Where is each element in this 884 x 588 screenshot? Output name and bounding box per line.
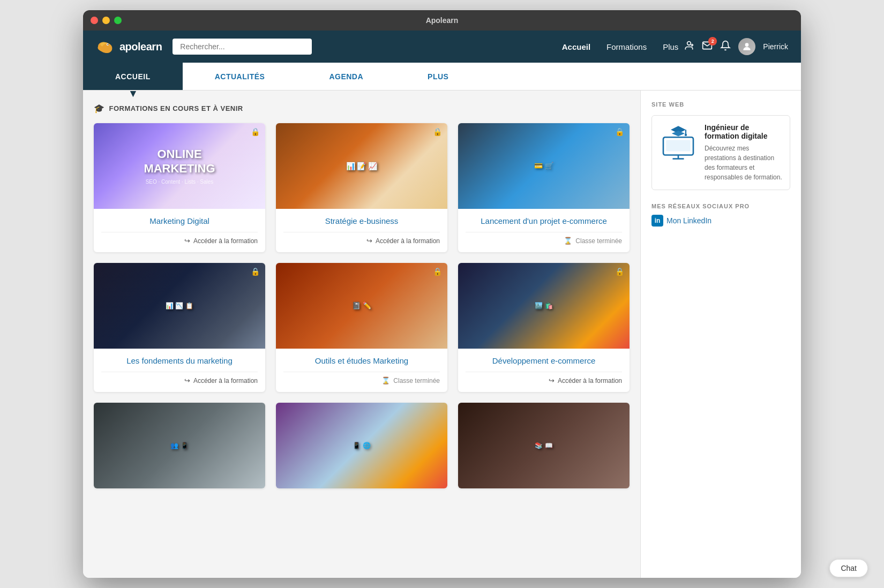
course-card-1[interactable]: ONLINEMARKETING SEO · Content · Lists · … — [94, 123, 265, 252]
content-area: 🎓 FORMATIONS EN COURS ET À VENIR ONLINEM… — [83, 91, 640, 578]
search-input[interactable] — [173, 39, 312, 55]
site-web-desc: Découvrez mes prestations à destination … — [705, 144, 782, 182]
svg-rect-7 — [666, 140, 691, 152]
linkedin-link[interactable]: in Mon LinkedIn — [651, 215, 790, 227]
course-action-4[interactable]: ↪ Accéder à la formation — [101, 372, 258, 385]
course-thumb-1: ONLINEMARKETING SEO · Content · Lists · … — [94, 123, 265, 209]
logo-icon — [96, 39, 115, 54]
main-content: 🎓 FORMATIONS EN COURS ET À VENIR ONLINEM… — [83, 91, 801, 578]
course-thumb-3: 💳 🛒 🔒 — [458, 123, 630, 209]
course-thumb-4: 📊 📉 📋 🔒 — [94, 263, 265, 349]
maximize-button[interactable] — [114, 17, 122, 24]
site-web-section-title: SITE WEB — [651, 101, 790, 108]
course-thumb-9: 📚 📖 — [458, 403, 630, 488]
course-info-5: Outils et études Marketing ⌛ Classe term… — [276, 349, 447, 392]
logo[interactable]: apolearn — [96, 39, 162, 54]
nav-accueil[interactable]: Accueil — [562, 42, 590, 51]
course-title-3: Lancement d'un projet e-commerce — [466, 216, 622, 225]
linkedin-logo: in — [651, 215, 663, 227]
bell-icon[interactable] — [720, 40, 731, 54]
message-badge: 2 — [708, 37, 717, 46]
course-card-4[interactable]: 📊 📉 📋 🔒 Les fondements du marketing ↪ Ac… — [94, 263, 265, 392]
course-title-6: Développement e-commerce — [466, 356, 622, 365]
window-controls — [91, 17, 122, 24]
search-box[interactable] — [173, 39, 312, 55]
nav-formations[interactable]: Formations — [606, 42, 647, 51]
share-icon-1: ↪ — [184, 237, 190, 245]
lock-icon-5: 🔒 — [433, 267, 442, 276]
course-thumb-7: 👥 📱 — [94, 403, 265, 488]
messages-icon[interactable]: 2 — [702, 40, 713, 54]
courses-grid: ONLINEMARKETING SEO · Content · Lists · … — [94, 123, 630, 488]
course-action-5: ⌛ Classe terminée — [283, 372, 440, 385]
course-info-3: Lancement d'un projet e-commerce ⌛ Class… — [458, 209, 630, 252]
course-card-9[interactable]: 📚 📖 — [458, 403, 630, 488]
avatar[interactable] — [738, 38, 755, 55]
lock-icon-3: 🔒 — [615, 127, 624, 136]
sidebar: SITE WEB — [640, 91, 801, 578]
site-web-card[interactable]: Ingénieur de formation digitale Découvre… — [651, 115, 790, 190]
lock-icon-4: 🔒 — [251, 267, 260, 276]
svg-point-1 — [108, 44, 109, 45]
timer-icon-3: ⌛ — [564, 237, 572, 245]
tab-actualites[interactable]: ACTUALITÉS — [183, 63, 297, 90]
graduation-icon: 🎓 — [94, 103, 105, 114]
chat-button[interactable]: Chat — [829, 559, 868, 577]
nav-plus[interactable]: Plus — [663, 42, 678, 51]
svg-point-5 — [745, 43, 749, 47]
course-thumb-8: 📱 🌐 — [276, 403, 447, 488]
course-title-4: Les fondements du marketing — [101, 356, 258, 365]
close-button[interactable] — [91, 17, 98, 24]
course-title-1: Marketing Digital — [101, 216, 258, 225]
title-bar: Apolearn — [83, 10, 801, 31]
tab-plus[interactable]: PLUS — [395, 63, 481, 90]
course-thumb-5: 📓 ✏️ 🔒 — [276, 263, 447, 349]
course-card-8[interactable]: 📱 🌐 — [276, 403, 447, 488]
site-web-content: Ingénieur de formation digitale Découvre… — [705, 123, 782, 182]
course-action-6[interactable]: ↪ Accéder à la formation — [466, 372, 622, 385]
course-action-1[interactable]: ↪ Accéder à la formation — [101, 232, 258, 245]
course-card-5[interactable]: 📓 ✏️ 🔒 Outils et études Marketing ⌛ Clas… — [276, 263, 447, 392]
course-card-7[interactable]: 👥 📱 — [94, 403, 265, 488]
course-thumb-6: 🏙️ 🛍️ 🔒 — [458, 263, 630, 349]
course-title-5: Outils et études Marketing — [283, 356, 440, 365]
course-card-2[interactable]: 📊 📝 📈 🔒 Stratégie e-business ↪ Accéder à… — [276, 123, 447, 252]
app-window: Apolearn apolearn Accueil Formations Plu… — [83, 10, 801, 578]
social-section-title: MES RÉSEAUX SOCIAUX PRO — [651, 203, 790, 209]
course-thumb-2: 📊 📝 📈 🔒 — [276, 123, 447, 209]
tab-agenda[interactable]: AGENDA — [297, 63, 395, 90]
window-title: Apolearn — [426, 16, 459, 25]
site-web-icon — [660, 123, 697, 161]
svg-point-2 — [687, 41, 691, 45]
course-card-3[interactable]: 💳 🛒 🔒 Lancement d'un projet e-commerce ⌛… — [458, 123, 630, 252]
lock-icon-6: 🔒 — [615, 267, 624, 276]
share-icon-6: ↪ — [549, 376, 555, 385]
top-navigation: apolearn Accueil Formations Plus — [83, 31, 801, 63]
nav-icons: 2 Pierrick — [684, 38, 788, 55]
add-user-icon[interactable] — [684, 40, 694, 54]
lock-icon-1: 🔒 — [251, 127, 260, 136]
course-info-4: Les fondements du marketing ↪ Accéder à … — [94, 349, 265, 392]
site-web-name: Ingénieur de formation digitale — [705, 123, 782, 140]
nav-links: Accueil Formations Plus — [562, 42, 679, 51]
svg-marker-11 — [672, 131, 685, 137]
lock-icon-2: 🔒 — [433, 127, 442, 136]
course-info-6: Développement e-commerce ↪ Accéder à la … — [458, 349, 630, 392]
section-title: 🎓 FORMATIONS EN COURS ET À VENIR — [94, 103, 630, 114]
course-info-2: Stratégie e-business ↪ Accéder à la form… — [276, 209, 447, 252]
tab-accueil[interactable]: ACCUEIL — [83, 63, 183, 90]
share-icon-2: ↪ — [366, 237, 372, 245]
share-icon-4: ↪ — [184, 376, 190, 385]
course-info-1: Marketing Digital ↪ Accéder à la formati… — [94, 209, 265, 252]
course-action-3: ⌛ Classe terminée — [466, 232, 622, 245]
timer-icon-5: ⌛ — [381, 376, 390, 385]
sub-navigation: ACCUEIL ACTUALITÉS AGENDA PLUS — [83, 63, 801, 91]
svg-point-13 — [685, 134, 687, 136]
user-name[interactable]: Pierrick — [763, 42, 788, 51]
logo-text: apolearn — [119, 41, 162, 53]
minimize-button[interactable] — [102, 17, 110, 24]
course-action-2[interactable]: ↪ Accéder à la formation — [283, 232, 440, 245]
course-card-6[interactable]: 🏙️ 🛍️ 🔒 Développement e-commerce ↪ Accéd… — [458, 263, 630, 392]
course-title-2: Stratégie e-business — [283, 216, 440, 225]
